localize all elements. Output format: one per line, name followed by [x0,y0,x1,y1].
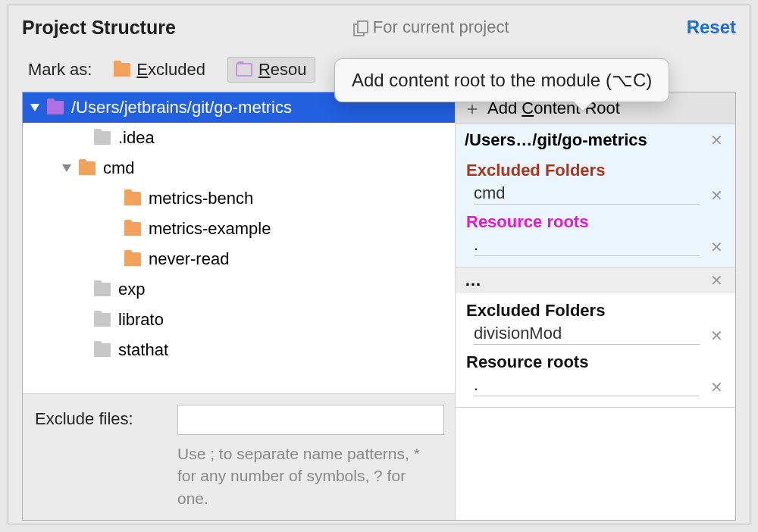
tree-label: librato [118,310,164,330]
exclude-files-section: Exclude files: Use ; to separate name pa… [23,393,455,520]
exclude-files-hint: Use ; to separate name patterns, * for a… [177,443,444,509]
tree-label: metrics-bench [149,189,253,208]
tree-label: .idea [118,128,155,148]
tree-row-librato[interactable]: librato [23,305,455,335]
folder-excluded-icon [124,252,141,266]
excluded-folders-title: Excluded Folders [456,293,735,324]
resource-root-name: . [474,375,700,396]
resource-root-name: . [474,235,700,256]
mark-as-excluded-button[interactable]: Excluded [105,57,214,83]
resource-root-item[interactable]: . ✕ [456,235,735,256]
folder-excluded-icon [124,192,141,205]
resource-roots-title: Resource roots [456,345,735,375]
tree-row-metrics-bench[interactable]: metrics-bench [23,183,455,214]
chevron-down-icon [62,164,71,172]
content-roots-panel: ＋ Add Content Root /Users…/git/go-metric… [455,92,735,520]
folder-root-icon [47,101,64,114]
directory-tree[interactable]: /Users/jetbrains/git/go-metrics .idea cm… [23,92,455,393]
resource-root-item[interactable]: . ✕ [456,375,735,396]
folder-excluded-icon [124,222,141,236]
scope-label: For current project [373,17,509,37]
excluded-folder-item[interactable]: divisionMod ✕ [456,324,735,345]
mark-as-label: Mark as: [28,60,92,80]
left-panel: /Users/jetbrains/git/go-metrics .idea cm… [23,92,455,520]
folder-resource-icon [236,63,252,77]
tree-label: metrics-example [149,219,271,239]
tree-row-idea[interactable]: .idea [23,123,455,153]
content-root-path: … [465,271,481,290]
tree-row-stathat[interactable]: stathat [23,335,455,365]
content-root-path: /Users…/git/go-metrics [465,130,647,150]
reset-link[interactable]: Reset [687,17,736,38]
remove-item-button[interactable]: ✕ [709,186,725,205]
excluded-folder-item[interactable]: cmd ✕ [456,183,735,205]
excluded-folders-title: Excluded Folders [456,153,735,183]
excluded-folder-name: cmd [474,183,700,205]
excluded-folder-name: divisionMod [474,324,700,345]
tree-row-metrics-example[interactable]: metrics-example [23,214,455,244]
remove-item-button[interactable]: ✕ [709,327,725,345]
scope-indicator: For current project [176,17,687,37]
dialog-title: Project Structure [22,17,176,39]
remove-root-button[interactable]: ✕ [709,131,725,149]
remove-item-button[interactable]: ✕ [709,238,725,256]
tree-label: never-read [149,249,229,269]
content-root-block: /Users…/git/go-metrics ✕ Excluded Folder… [456,124,735,268]
dialog-header: Project Structure For current project Re… [8,5,750,49]
tree-label: stathat [118,340,168,360]
project-structure-dialog: Project Structure For current project Re… [8,5,750,524]
folder-excluded-icon [114,63,130,77]
tree-row-cmd[interactable]: cmd [23,153,455,183]
resource-roots-title: Resource roots [456,205,735,235]
chevron-down-icon [30,104,39,111]
content-root-header[interactable]: … ✕ [456,268,735,293]
exclude-files-label: Exclude files: [35,405,170,435]
folder-icon [94,313,111,327]
remove-root-button[interactable]: ✕ [709,271,725,289]
folder-icon [94,283,111,296]
tree-row-never-read[interactable]: never-read [23,244,455,274]
content-root-block: … ✕ Excluded Folders divisionMod ✕ Resou… [456,268,735,408]
copy-icon [353,20,367,34]
mark-as-excluded-label: Excluded [136,60,205,80]
remove-item-button[interactable]: ✕ [709,378,725,396]
folder-excluded-icon [79,161,96,175]
folder-icon [94,131,111,145]
folder-icon [94,343,111,357]
tree-root-label: /Users/jetbrains/git/go-metrics [71,98,292,117]
tree-row-exp[interactable]: exp [23,274,455,305]
content-root-header[interactable]: /Users…/git/go-metrics ✕ [456,127,735,153]
exclude-files-input[interactable] [177,405,444,435]
tree-label: exp [118,280,145,299]
mark-as-resource-label: Resou [258,60,307,80]
add-content-root-tooltip: Add content root to the module (⌥C) [334,58,669,102]
mark-as-resource-button[interactable]: Resou [227,57,315,83]
main-split: /Users/jetbrains/git/go-metrics .idea cm… [22,92,736,521]
tree-label: cmd [103,158,135,178]
tooltip-text: Add content root to the module (⌥C) [352,70,652,90]
